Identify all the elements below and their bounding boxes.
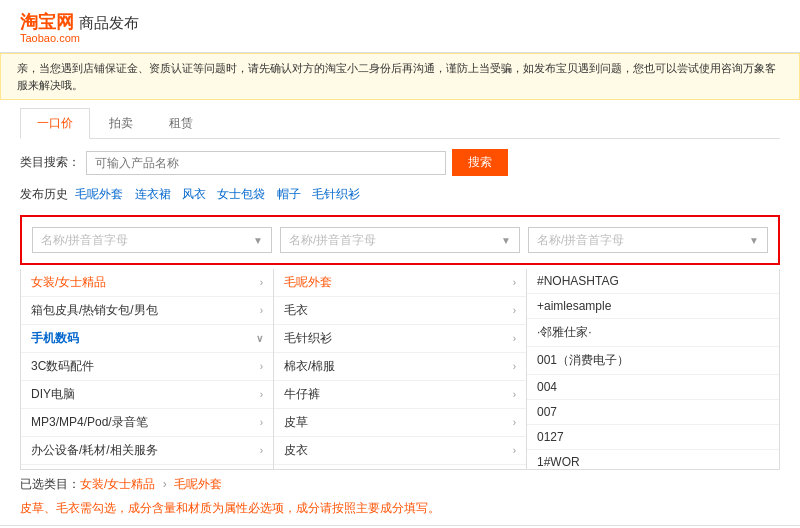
chevron-icon: › (513, 445, 516, 456)
logo: 淘宝网 商品发布 Taobao.com (20, 8, 139, 44)
chevron-icon: › (513, 305, 516, 316)
chevron-icon: › (260, 361, 263, 372)
col3-item-0[interactable]: #NOHASHTAG (527, 269, 779, 294)
selected-path: 已选类目：女装/女士精品 › 毛呢外套 (20, 470, 780, 497)
chevron-icon: › (513, 333, 516, 344)
main-content: 一口价 拍卖 租赁 类目搜索： 搜索 发布历史 毛呢外套 连衣裙 风衣 女士包袋… (0, 100, 800, 525)
column-3: #NOHASHTAG +aimlesample ·邻雅仕家· 001（消费电子）… (527, 269, 779, 469)
cat-select-1-placeholder: 名称/拼音首字母 (41, 232, 128, 249)
cat-select-2-placeholder: 名称/拼音首字母 (289, 232, 376, 249)
chevron-icon: › (260, 417, 263, 428)
chevron-icon: › (513, 277, 516, 288)
column-1: 女装/女士精品 › 箱包皮具/热销女包/男包 › 手机数码 ∨ 3C数码配件 ›… (21, 269, 274, 469)
chevron-icon: › (260, 277, 263, 288)
history-item-4[interactable]: 帽子 (277, 187, 301, 201)
col1-item-2[interactable]: 手机数码 ∨ (21, 325, 273, 353)
col1-item-5[interactable]: MP3/MP4/Pod/录音笔 › (21, 409, 273, 437)
header: 淘宝网 商品发布 Taobao.com (0, 0, 800, 53)
selected-path-part2[interactable]: 毛呢外套 (174, 477, 222, 491)
col2-item-1[interactable]: 毛衣 › (274, 297, 526, 325)
tab-yikouijia[interactable]: 一口价 (20, 108, 90, 139)
tabs: 一口价 拍卖 租赁 (20, 100, 780, 139)
chevron-icon: › (513, 389, 516, 400)
logo-taobao: 淘宝网 (20, 8, 74, 33)
col1-item-6[interactable]: 办公设备/耗材/相关服务 › (21, 437, 273, 465)
history-item-1[interactable]: 连衣裙 (135, 187, 171, 201)
path-separator: › (163, 477, 167, 491)
col3-item-2[interactable]: ·邻雅仕家· (527, 319, 779, 347)
search-button[interactable]: 搜索 (452, 149, 508, 176)
selected-path-part1[interactable]: 女装/女士精品 (80, 477, 155, 491)
col1-item-7[interactable]: 笔记本电脑 › (21, 465, 273, 469)
alert-bar: 亲，当您遇到店铺保证金、资质认证等问题时，请先确认对方的淘宝小二身份后再沟通，谨… (0, 53, 800, 100)
header-title: 商品发布 (79, 14, 139, 31)
chevron-icon: › (260, 445, 263, 456)
category-selector: 名称/拼音首字母 ▼ 名称/拼音首字母 ▼ 名称/拼音首字母 ▼ (20, 215, 780, 265)
cat-select-3-arrow: ▼ (749, 235, 759, 246)
col3-item-1[interactable]: +aimlesample (527, 294, 779, 319)
history-label: 发布历史 (20, 187, 68, 201)
col1-item-3[interactable]: 3C数码配件 › (21, 353, 273, 381)
search-row: 类目搜索： 搜索 (20, 139, 780, 182)
col3-item-7[interactable]: 1#WOR (527, 450, 779, 469)
col2-item-3[interactable]: 棉衣/棉服 › (274, 353, 526, 381)
col1-item-0[interactable]: 女装/女士精品 › (21, 269, 273, 297)
history-item-2[interactable]: 风衣 (182, 187, 206, 201)
search-input[interactable] (86, 151, 446, 175)
col1-item-1[interactable]: 箱包皮具/热销女包/男包 › (21, 297, 273, 325)
chevron-icon: › (260, 305, 263, 316)
history-item-3[interactable]: 女士包袋 (217, 187, 265, 201)
history-item-0[interactable]: 毛呢外套 (75, 187, 123, 201)
col2-item-4[interactable]: 牛仔裤 › (274, 381, 526, 409)
col2-item-6[interactable]: 皮衣 › (274, 437, 526, 465)
chevron-icon: ∨ (256, 333, 263, 344)
col2-item-2[interactable]: 毛针织衫 › (274, 325, 526, 353)
history-row: 发布历史 毛呢外套 连衣裙 风衣 女士包袋 帽子 毛针织衫 (20, 182, 780, 211)
cat-select-2[interactable]: 名称/拼音首字母 ▼ (280, 227, 520, 253)
tab-paimai[interactable]: 拍卖 (92, 108, 150, 138)
col3-item-4[interactable]: 004 (527, 375, 779, 400)
cat-select-1-arrow: ▼ (253, 235, 263, 246)
chevron-icon: › (513, 361, 516, 372)
history-item-5[interactable]: 毛针织衫 (312, 187, 360, 201)
col3-item-6[interactable]: 0127 (527, 425, 779, 450)
col1-item-4[interactable]: DIY电脑 › (21, 381, 273, 409)
col2-item-5[interactable]: 皮草 › (274, 409, 526, 437)
tab-zulin[interactable]: 租赁 (152, 108, 210, 138)
cat-select-3[interactable]: 名称/拼音首字母 ▼ (528, 227, 768, 253)
chevron-icon: › (513, 417, 516, 428)
col2-item-0[interactable]: 毛呢外套 › (274, 269, 526, 297)
col2-item-7[interactable]: 唐装/民族服装/舞台服装 › (274, 465, 526, 469)
cat-select-1[interactable]: 名称/拼音首字母 ▼ (32, 227, 272, 253)
category-note: 皮草、毛衣需勾选，成分含量和材质为属性必选项，成分请按照主要成分填写。 (20, 497, 780, 525)
column-2: 毛呢外套 › 毛衣 › 毛针织衫 › 棉衣/棉服 › 牛仔裤 › 皮草 › (274, 269, 527, 469)
col3-item-3[interactable]: 001（消费电子） (527, 347, 779, 375)
cat-select-3-placeholder: 名称/拼音首字母 (537, 232, 624, 249)
alert-text: 亲，当您遇到店铺保证金、资质认证等问题时，请先确认对方的淘宝小二身份后再沟通，谨… (17, 62, 776, 91)
category-columns: 女装/女士精品 › 箱包皮具/热销女包/男包 › 手机数码 ∨ 3C数码配件 ›… (20, 269, 780, 470)
cat-select-2-arrow: ▼ (501, 235, 511, 246)
note-text: 皮草、毛衣需勾选，成分含量和材质为属性必选项，成分请按照主要成分填写。 (20, 501, 440, 515)
chevron-icon: › (260, 389, 263, 400)
col3-item-5[interactable]: 007 (527, 400, 779, 425)
search-label: 类目搜索： (20, 154, 80, 171)
